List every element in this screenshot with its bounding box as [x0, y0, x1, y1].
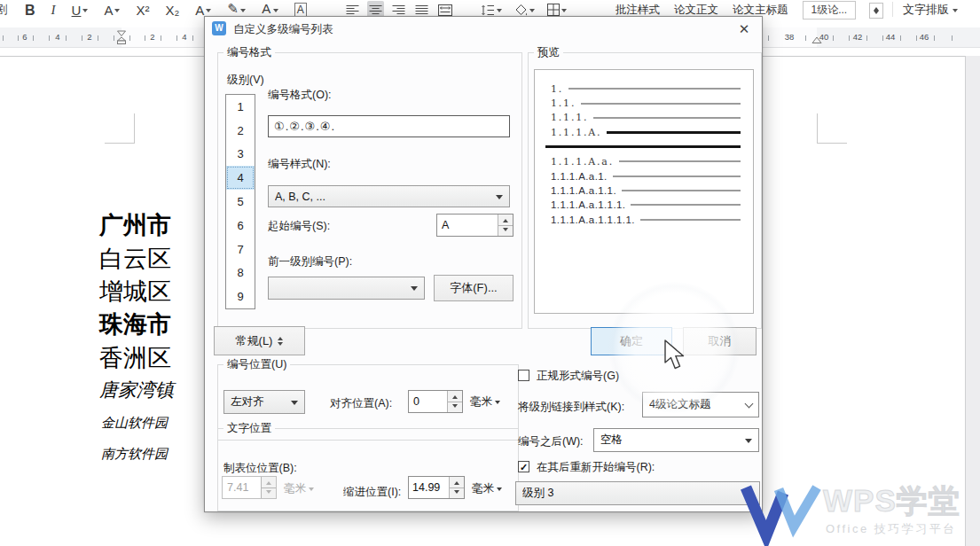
- dropdown-caret-icon: [273, 9, 278, 15]
- follow-number-label: 编号之后(W):: [518, 434, 584, 449]
- application-window: 广州市白云区增城区珠海市香洲区唐家湾镇金山软件园南方软件园 剧 BIUAX²X₂…: [0, 0, 980, 546]
- spinner-buttons: [261, 477, 276, 498]
- preview-group-label: 预览: [534, 45, 563, 60]
- number-format-input[interactable]: ①.②.③.④.: [268, 115, 510, 137]
- level-item-2[interactable]: 2: [226, 119, 255, 143]
- document-line[interactable]: 珠海市: [99, 308, 171, 340]
- scroll-down-icon[interactable]: [874, 11, 879, 17]
- level-item-8[interactable]: 8: [226, 261, 255, 285]
- italic-button[interactable]: I: [50, 1, 58, 19]
- clipped-toolbar-text: 剧: [0, 2, 7, 18]
- style-gallery-scroll[interactable]: [869, 3, 883, 19]
- number-style-dropdown[interactable]: A, B, C, ...: [268, 185, 510, 207]
- preview-row: 1.1.1.A.a.1.1.1.1.: [535, 213, 753, 227]
- spin-down-icon[interactable]: [448, 402, 462, 413]
- ruler-tick: [129, 35, 130, 41]
- spin-up-icon[interactable]: [450, 477, 464, 488]
- underline-button[interactable]: U: [70, 1, 90, 19]
- spin-down-icon[interactable]: [450, 488, 464, 499]
- document-line[interactable]: 金山软件园: [101, 415, 168, 432]
- font-button[interactable]: 字体(F)...: [434, 275, 514, 301]
- preview-row: 1.1.1.A.a.: [535, 154, 753, 168]
- font-button-label: 字体(F)...: [450, 280, 497, 296]
- spin-down-icon[interactable]: [498, 225, 513, 237]
- subscript-button[interactable]: X₂: [163, 1, 181, 19]
- style-gallery-item[interactable]: 1级论...: [803, 1, 857, 20]
- dropdown-caret-icon: [497, 9, 502, 15]
- document-line[interactable]: 香洲区: [99, 342, 171, 374]
- tab-position-spinner: 7.41: [222, 476, 277, 499]
- watermark-tagline: Office 技巧学习平台: [826, 521, 957, 537]
- text-position-group-label: 文字位置: [223, 421, 275, 436]
- tab-unit-value: 毫米: [284, 481, 306, 496]
- number-align-dropdown[interactable]: 左对齐: [223, 390, 305, 414]
- document-line[interactable]: 白云区: [99, 243, 171, 275]
- level-listbox[interactable]: 123456789: [225, 94, 255, 309]
- align-unit-value: 毫米: [470, 394, 492, 410]
- align-unit-dropdown[interactable]: 毫米: [470, 394, 500, 410]
- underline-icon: U: [72, 4, 82, 17]
- level-item-7[interactable]: 7: [226, 238, 255, 261]
- chevron-down-icon: [953, 9, 958, 15]
- ruler-tick: [952, 35, 953, 41]
- ruler-tick: [805, 35, 806, 41]
- document-line[interactable]: 增城区: [99, 276, 171, 308]
- style-gallery-item[interactable]: 论文主标题: [733, 3, 788, 18]
- document-line[interactable]: 广州市: [99, 209, 171, 241]
- style-gallery-item[interactable]: 论文正文: [674, 3, 718, 18]
- superscript-icon: X²: [136, 4, 149, 17]
- ruler-tick: [3, 35, 4, 41]
- style-gallery-item[interactable]: 批注样式: [615, 3, 660, 18]
- indent-position-label: 缩进位置(I):: [343, 485, 401, 500]
- dropdown-caret-icon: [309, 488, 314, 494]
- ruler-number: 38: [785, 32, 795, 42]
- start-number-spinner[interactable]: A: [436, 214, 514, 237]
- number-format-group: 编号格式 级别(V) 123456789 编号格式(O): ①.②.③.④. 编…: [217, 52, 522, 329]
- document-line[interactable]: 唐家湾镇: [99, 378, 174, 402]
- spin-up-icon[interactable]: [448, 391, 462, 402]
- char-effects-button[interactable]: A: [102, 1, 122, 19]
- spinner-buttons: [447, 391, 462, 412]
- restart-numbering-checkbox[interactable]: [518, 461, 529, 472]
- spinner-buttons: [449, 477, 464, 498]
- mouse-cursor-icon: [664, 339, 686, 375]
- level-item-1[interactable]: 1: [226, 95, 255, 119]
- tab-position-label: 制表位位置(B):: [223, 461, 297, 476]
- level-item-4[interactable]: 4: [226, 166, 255, 190]
- indent-position-spinner[interactable]: 14.99: [408, 476, 465, 499]
- legal-numbering-checkbox[interactable]: [518, 370, 529, 381]
- previous-level-dropdown[interactable]: [268, 277, 425, 300]
- previous-level-label: 前一级别编号(P):: [268, 254, 352, 269]
- level-item-6[interactable]: 6: [226, 214, 255, 238]
- level-item-3[interactable]: 3: [226, 143, 255, 167]
- legal-numbering-label: 正规形式编号(G): [537, 369, 619, 384]
- level-item-9[interactable]: 9: [226, 285, 255, 308]
- follow-number-dropdown[interactable]: 空格: [593, 428, 759, 452]
- text-layout-button[interactable]: 文字排版: [903, 0, 958, 20]
- tab-position-value: 7.41: [223, 477, 261, 498]
- align-position-spinner[interactable]: 0: [408, 390, 463, 413]
- first-line-indent-marker[interactable]: [116, 30, 127, 49]
- number-style-value: A, B, C, ...: [275, 191, 496, 203]
- indent-unit-dropdown[interactable]: 毫米: [472, 481, 502, 496]
- document-line[interactable]: 南方软件园: [101, 446, 168, 463]
- scroll-up-icon[interactable]: [874, 4, 879, 11]
- ruler-tick: [18, 35, 19, 41]
- spin-up-icon[interactable]: [498, 214, 513, 225]
- bold-button[interactable]: B: [23, 1, 37, 19]
- general-button[interactable]: 常规(L): [214, 326, 305, 355]
- collapse-expand-icon: [278, 334, 283, 348]
- indent-unit-value: 毫米: [472, 481, 494, 496]
- superscript-button[interactable]: X²: [134, 1, 151, 19]
- close-icon[interactable]: ✕: [735, 20, 753, 38]
- dialog-titlebar[interactable]: W 自定义多级编号列表 ✕: [205, 17, 762, 40]
- level-item-5[interactable]: 5: [226, 190, 255, 214]
- link-style-label: 将级别链接到样式(K):: [518, 400, 624, 415]
- dropdown-caret-icon: [745, 439, 752, 447]
- restart-level-dropdown[interactable]: 级别 3: [515, 481, 760, 505]
- char-border-icon: A: [294, 3, 307, 18]
- text-layout-label: 文字排版: [903, 2, 949, 18]
- ruler-number: 4: [55, 32, 59, 42]
- ruler-tick: [176, 35, 177, 41]
- format-label: 编号格式(O):: [268, 88, 332, 103]
